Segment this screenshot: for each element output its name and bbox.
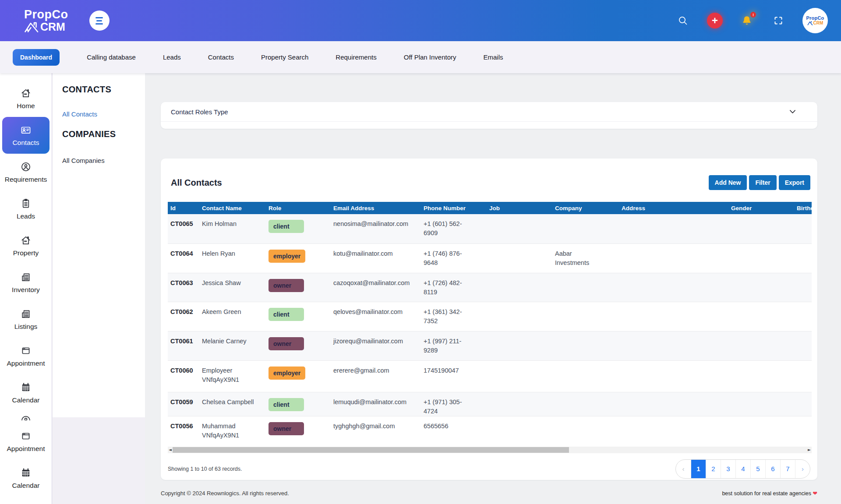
- add-quick-button[interactable]: +: [707, 13, 723, 28]
- tab-calling-database[interactable]: Calling database: [87, 53, 136, 61]
- subnav-bottom-filler: [53, 417, 145, 504]
- icon-sidebar: Home Contacts Requirements Leads: [0, 73, 52, 504]
- sidebar-item-clipped-bottom[interactable]: [0, 502, 52, 504]
- main-nav: Dashboard Calling database Leads Contact…: [0, 41, 841, 73]
- search-icon: [678, 15, 688, 26]
- pagination-page-5[interactable]: 5: [750, 460, 765, 479]
- table-row[interactable]: CT0062 Akeem Green client qeloves@mailin…: [168, 302, 812, 331]
- sidebar-label: Inventory: [12, 286, 40, 294]
- sidebar-item-requirements[interactable]: Requirements: [0, 154, 52, 190]
- newspaper-icon: [20, 271, 32, 283]
- table-row[interactable]: CT0061 Melanie Carney owner jizorequ@mai…: [168, 331, 812, 360]
- sidebar-item-inventory[interactable]: Inventory: [0, 264, 52, 301]
- clipboard-icon: [20, 198, 32, 209]
- sidebar-item-leads[interactable]: Leads: [0, 190, 52, 227]
- table-horizontal-scrollbar[interactable]: ◄ ►: [168, 447, 812, 453]
- contact-roles-type-label: Contact Roles Type: [171, 108, 228, 116]
- contacts-table-wrap: Id Contact Name Role Email Address Phone…: [168, 202, 812, 441]
- sidebar-label: Calendar: [12, 482, 40, 490]
- export-button[interactable]: Export: [779, 175, 810, 190]
- sidebar-item-property[interactable]: Property: [0, 227, 52, 264]
- tab-emails[interactable]: Emails: [484, 53, 503, 61]
- pagination-prev[interactable]: ‹: [676, 460, 691, 479]
- pagination-page-3[interactable]: 3: [721, 460, 735, 479]
- sidebar-label: Property: [13, 249, 39, 257]
- fullscreen-button[interactable]: [771, 13, 786, 28]
- tab-leads[interactable]: Leads: [163, 53, 181, 61]
- pagination-next[interactable]: ›: [795, 460, 810, 479]
- col-phone[interactable]: Phone Number: [421, 202, 487, 214]
- col-birthday[interactable]: Birthday: [794, 202, 812, 214]
- col-job[interactable]: Job: [487, 202, 552, 214]
- tab-off-plan-inventory[interactable]: Off Plan Inventory: [404, 53, 456, 61]
- table-row[interactable]: CT0064 Helen Ryan employer kotu@mailinat…: [168, 243, 812, 273]
- pagination-page-4[interactable]: 4: [735, 460, 750, 479]
- logo-text-crm: CRM: [40, 21, 65, 32]
- col-company[interactable]: Company: [552, 202, 619, 214]
- col-address[interactable]: Address: [619, 202, 728, 214]
- role-badge: client: [269, 220, 304, 233]
- sidebar-label: Leads: [17, 212, 35, 220]
- newspaper-icon: [20, 308, 32, 320]
- notifications-button[interactable]: !: [739, 13, 754, 28]
- copyright-text: Copyright © 2024 Reownlogics. All rights…: [161, 490, 289, 497]
- col-email[interactable]: Email Address: [331, 202, 421, 214]
- sidebar-item-contacts[interactable]: Contacts: [2, 117, 49, 154]
- records-summary: Showing 1 to 10 of 63 records.: [168, 466, 242, 472]
- top-header: PropCo CRM +: [0, 0, 841, 41]
- sidebar-label: Appointment: [7, 359, 45, 367]
- col-role[interactable]: Role: [266, 202, 331, 214]
- sidebar-item-appointment[interactable]: Appointment: [0, 338, 52, 374]
- sidebar-item-calendar[interactable]: Calendar: [0, 374, 52, 411]
- pagination: ‹ 1 2 3 4 5 6 7 ›: [675, 459, 810, 479]
- sidebar-item-listings[interactable]: Listings: [0, 301, 52, 338]
- all-contacts-card: All Contacts Add New Filter Export: [161, 159, 817, 480]
- heart-icon: ❤: [813, 490, 817, 497]
- role-badge: owner: [269, 279, 304, 292]
- pagination-page-1[interactable]: 1: [691, 460, 706, 479]
- col-gender[interactable]: Gender: [728, 202, 794, 214]
- tab-dashboard[interactable]: Dashboard: [13, 49, 60, 66]
- logo-text-propco: PropCo: [24, 9, 68, 21]
- pagination-page-7[interactable]: 7: [780, 460, 795, 479]
- sidebar-item-clipped[interactable]: [0, 411, 52, 429]
- chevron-down-icon: [790, 110, 795, 113]
- sidebar-item-appointment-2[interactable]: Appointment: [0, 429, 52, 465]
- tab-contacts[interactable]: Contacts: [208, 53, 234, 61]
- scroll-right-icon[interactable]: ►: [808, 447, 811, 453]
- filter-button[interactable]: Filter: [749, 175, 776, 190]
- menu-toggle-button[interactable]: [89, 11, 110, 31]
- tab-requirements[interactable]: Requirements: [336, 53, 376, 61]
- subnav-all-companies-link[interactable]: All Companies: [62, 157, 145, 164]
- avatar-logo-line1: PropCo: [806, 16, 824, 21]
- search-button[interactable]: [675, 13, 690, 28]
- table-row[interactable]: CT0063 Jessica Shaw owner cazoqoxat@mail…: [168, 273, 812, 302]
- table-row[interactable]: CT0059 Chelsea Campbell client lemuqudi@…: [168, 392, 812, 416]
- sidebar-label: Listings: [14, 323, 38, 331]
- table-row[interactable]: CT0065 Kim Holman client nenosima@mailin…: [168, 214, 812, 243]
- calendar-icon: [20, 382, 32, 393]
- user-avatar[interactable]: PropCo CRM: [802, 8, 828, 33]
- scroll-left-icon[interactable]: ◄: [169, 447, 172, 453]
- sidebar-item-calendar-2[interactable]: Calendar: [0, 465, 52, 502]
- contact-roles-type-accordion[interactable]: Contact Roles Type: [161, 102, 817, 122]
- col-id[interactable]: Id: [168, 202, 199, 214]
- avatar-logo-line2: CRM: [813, 21, 823, 25]
- scrollbar-thumb[interactable]: [173, 447, 569, 453]
- table-row[interactable]: CT0056 Muhammad VNfqAyX9N1 owner tyghghg…: [168, 416, 812, 441]
- circle-icon: [20, 415, 32, 420]
- pagination-page-2[interactable]: 2: [706, 460, 721, 479]
- subnav-all-contacts-link[interactable]: All Contacts: [62, 110, 145, 118]
- tab-property-search[interactable]: Property Search: [261, 53, 308, 61]
- table-row[interactable]: CT0060 Employeer VNfqAyX9N1 employer ere…: [168, 360, 812, 392]
- col-contact-name[interactable]: Contact Name: [199, 202, 266, 214]
- sidebar-label: Requirements: [5, 176, 47, 183]
- table-header-row: Id Contact Name Role Email Address Phone…: [168, 202, 812, 214]
- sidebar-item-home[interactable]: Home: [0, 80, 52, 117]
- propco-crm-app: PropCo CRM +: [0, 0, 841, 504]
- pagination-page-6[interactable]: 6: [765, 460, 780, 479]
- contact-roles-type-card: Contact Roles Type: [161, 102, 817, 129]
- window-icon: [20, 345, 32, 356]
- add-new-button[interactable]: Add New: [709, 175, 747, 190]
- person-circle-icon: [20, 161, 32, 173]
